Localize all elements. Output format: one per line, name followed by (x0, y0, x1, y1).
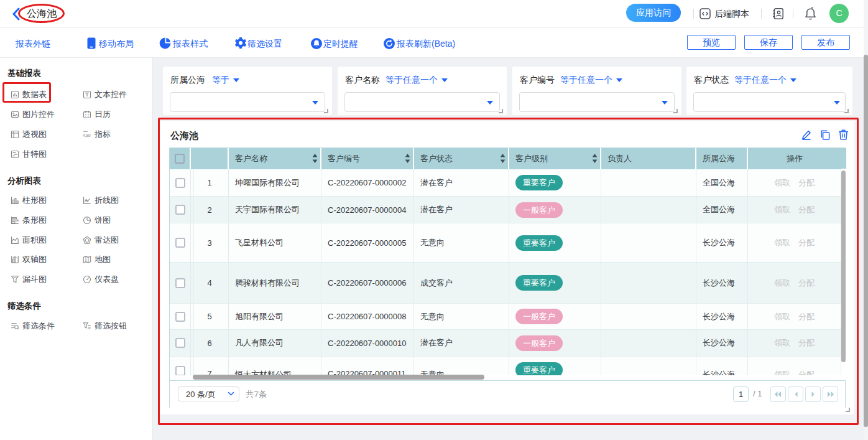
svg-text:4,80: 4,80 (83, 133, 91, 138)
